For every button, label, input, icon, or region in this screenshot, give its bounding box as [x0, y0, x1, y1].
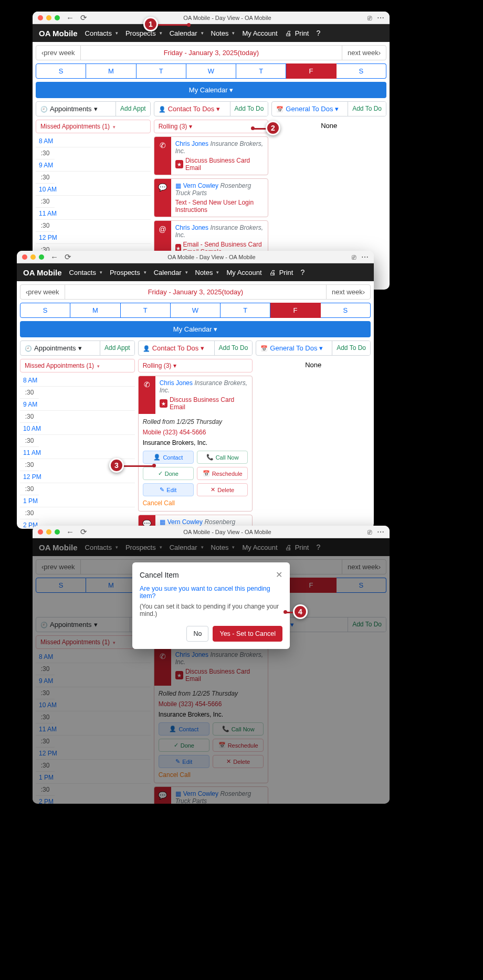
add-contact-todo-button[interactable]: Add To Do [230, 102, 268, 116]
nav-help[interactable]: ? [316, 29, 320, 37]
refresh-icon[interactable]: ⟳ [65, 252, 71, 262]
hour-row[interactable]: :30 [36, 220, 55, 232]
nav-myaccount[interactable]: My Account [242, 29, 277, 37]
prev-week-button[interactable]: ‹ prev week [36, 46, 81, 60]
hour-row[interactable]: :30 [20, 387, 39, 399]
done-button[interactable]: ✓ Done [143, 467, 194, 480]
contact-name[interactable]: Chris Jones [175, 140, 208, 147]
general-todos-header[interactable]: General To Dos ▾ [272, 102, 348, 116]
day-tab-f[interactable]: F [286, 63, 336, 79]
hour-row[interactable]: 9 AM [36, 159, 151, 172]
contact-name[interactable]: Vern Cowley [183, 182, 218, 189]
nav-calendar[interactable]: Calendar [170, 29, 204, 37]
no-button[interactable]: No [186, 626, 208, 642]
edit-button[interactable]: ✎ Edit [143, 483, 194, 496]
rolling-header[interactable]: Rolling (3) ▾ [138, 359, 253, 372]
missed-appointments[interactable]: Missed Appointments (1) [36, 120, 151, 133]
contact-name[interactable]: Vern Cowley [167, 518, 203, 526]
day-tab-t[interactable]: T [236, 63, 286, 79]
todo-card[interactable]: ✆Chris Jones Insurance Brokers, Inc.★Dis… [154, 136, 269, 175]
day-tab-t[interactable]: T [220, 303, 270, 318]
hour-row[interactable]: :30 [20, 435, 39, 447]
nav-contacts[interactable]: Contacts [85, 29, 118, 37]
contact-name[interactable]: Chris Jones [175, 224, 208, 231]
contact-todos-header[interactable]: Contact To Dos ▾ [139, 341, 214, 355]
more-icon[interactable]: ⋯ [377, 528, 384, 536]
day-tab-w[interactable]: W [171, 303, 220, 318]
day-tab-s[interactable]: S [321, 303, 371, 318]
next-week-button[interactable]: next week › [326, 285, 370, 299]
hour-row[interactable]: :30 [36, 147, 55, 159]
nav-prospects[interactable]: Prospects [110, 269, 146, 276]
day-tab-m[interactable]: M [86, 63, 136, 79]
nav-calendar[interactable]: Calendar [154, 269, 188, 276]
add-appt-button[interactable]: Add Appt [116, 102, 150, 116]
day-tab-s[interactable]: S [337, 63, 386, 79]
hour-row[interactable]: 11 AM [36, 208, 151, 220]
hour-row[interactable]: 10 AM [20, 423, 135, 435]
more-icon[interactable]: ⋯ [377, 14, 384, 22]
reschedule-button[interactable]: 📅 Reschedule [197, 467, 248, 480]
nav-print[interactable]: Print [269, 269, 293, 276]
hour-row[interactable]: 12 PM [36, 232, 151, 244]
contact-todos-header[interactable]: Contact To Dos ▾ [154, 102, 230, 116]
back-icon[interactable]: ← [66, 13, 74, 22]
cast-icon[interactable]: ⎚ [368, 14, 372, 22]
hour-row[interactable]: 1 PM [20, 495, 135, 507]
add-contact-todo-button[interactable]: Add To Do [214, 341, 253, 355]
nav-contacts[interactable]: Contacts [69, 269, 102, 276]
hour-row[interactable]: :30 [36, 196, 55, 208]
day-tab-t[interactable]: T [136, 63, 186, 79]
prev-week-button[interactable]: ‹ prev week [20, 285, 65, 299]
delete-button[interactable]: ✕ Delete [197, 483, 248, 496]
refresh-icon[interactable]: ⟳ [80, 527, 87, 537]
phone-number[interactable]: Mobile (323) 454-5666 [143, 429, 248, 436]
nav-help[interactable]: ? [300, 268, 304, 276]
more-icon[interactable]: ⋯ [361, 253, 369, 261]
appointments-header[interactable]: Appointments ▾ [20, 341, 100, 355]
hour-row[interactable]: :30 [20, 411, 39, 423]
hour-row[interactable]: 12 PM [20, 471, 135, 483]
day-tab-t[interactable]: T [121, 303, 171, 318]
refresh-icon[interactable]: ⟳ [80, 13, 87, 23]
call-now-button[interactable]: 📞 Call Now [197, 451, 248, 464]
day-tab-f[interactable]: F [270, 303, 320, 318]
nav-notes[interactable]: Notes [211, 29, 235, 37]
add-general-todo-button[interactable]: Add To Do [348, 102, 386, 116]
hour-row[interactable]: :30 [20, 507, 39, 519]
next-week-button[interactable]: next week › [342, 46, 386, 60]
my-calendar-button[interactable]: My Calendar ▾ [36, 82, 386, 98]
hour-row[interactable]: :30 [36, 172, 55, 184]
appointments-header[interactable]: Appointments ▾ [36, 102, 116, 116]
back-icon[interactable]: ← [50, 252, 58, 261]
hour-row[interactable]: 8 AM [20, 375, 135, 387]
add-general-todo-button[interactable]: Add To Do [332, 341, 370, 355]
contact-button[interactable]: 👤 Contact [143, 451, 194, 464]
hour-row[interactable]: 8 AM [36, 135, 151, 147]
back-icon[interactable]: ← [66, 527, 74, 536]
yes-button[interactable]: Yes - Set to Cancel [213, 626, 282, 642]
hour-row[interactable]: 10 AM [36, 184, 151, 196]
nav-print[interactable]: Print [285, 29, 309, 37]
hour-row[interactable]: 9 AM [20, 399, 135, 411]
cast-icon[interactable]: ⎚ [368, 528, 372, 536]
day-tab-w[interactable]: W [186, 63, 236, 79]
todo-card-expanded[interactable]: ✆ Chris Jones Insurance Brokers, Inc. ★D… [138, 376, 253, 512]
contact-name[interactable]: Chris Jones [160, 379, 193, 387]
hour-row[interactable]: 11 AM [20, 447, 135, 459]
day-tab-s[interactable]: S [20, 303, 70, 318]
general-todos-header[interactable]: General To Dos ▾ [256, 341, 332, 355]
hour-row[interactable]: :30 [20, 459, 39, 471]
hour-row[interactable]: :30 [20, 483, 39, 495]
day-tab-s[interactable]: S [36, 63, 86, 79]
todo-card[interactable]: 💬▦Vern Cowley Rosenberg Truck PartsText … [154, 178, 269, 217]
my-calendar-button[interactable]: My Calendar ▾ [20, 321, 371, 337]
nav-prospects[interactable]: Prospects [125, 29, 162, 37]
missed-appointments[interactable]: Missed Appointments (1) [20, 359, 135, 372]
day-tab-m[interactable]: M [70, 303, 120, 318]
add-appt-button[interactable]: Add Appt [100, 341, 134, 355]
cancel-call-link[interactable]: Cancel Call [143, 499, 248, 507]
cast-icon[interactable]: ⎚ [352, 253, 356, 261]
close-icon[interactable]: ✕ [276, 570, 282, 580]
nav-myaccount[interactable]: My Account [226, 269, 261, 276]
